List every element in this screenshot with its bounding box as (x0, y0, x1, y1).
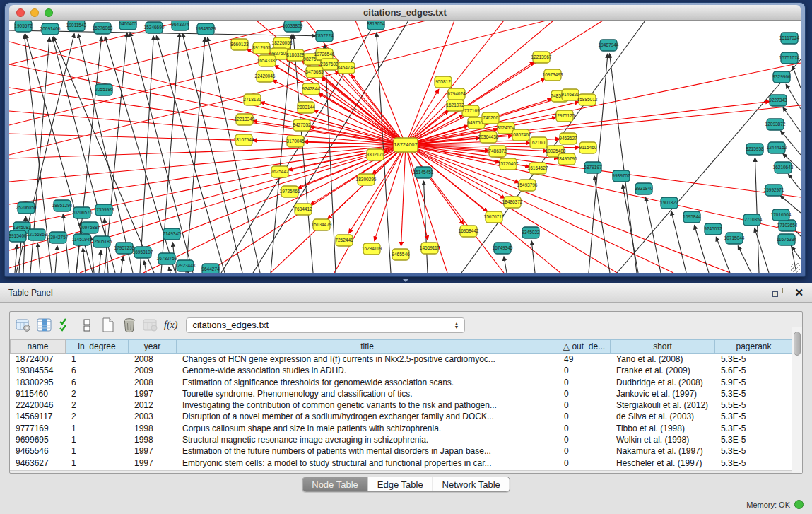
graph-node[interactable]: 10715044 (724, 233, 745, 244)
graph-node[interactable]: 955812 (435, 76, 452, 88)
graph-node[interactable]: 9302171 (366, 149, 384, 160)
graph-node[interactable]: 18107544 (234, 134, 254, 146)
graph-node[interactable]: 19343029 (196, 23, 216, 35)
delete-column-icon[interactable] (120, 316, 139, 334)
graph-node[interactable]: 18724007 (394, 138, 418, 152)
graph-node[interactable]: 15720407 (498, 158, 519, 170)
graph-node[interactable]: 10973493 (543, 69, 563, 81)
graph-node[interactable]: 8454749 (337, 62, 355, 74)
table-select-dropdown[interactable]: citations_edges.txt ▲▼ (186, 317, 465, 333)
graph-node[interactable]: 16164627 (528, 163, 548, 174)
column-header[interactable]: name (10, 339, 66, 354)
graph-node[interactable]: 22420046 (255, 71, 276, 82)
graph-node[interactable]: 15117024 (779, 33, 800, 44)
graph-node[interactable]: 12505185 (92, 236, 112, 247)
graph-node[interactable]: 16543382 (257, 55, 278, 66)
graph-node[interactable]: 16958107 (133, 247, 153, 258)
graph-node[interactable]: 11675334 (777, 234, 797, 245)
graph-node[interactable]: 62160 (530, 137, 547, 148)
table-scrollbar[interactable] (792, 327, 802, 473)
graph-node[interactable]: 16782759 (157, 253, 177, 264)
graph-node[interactable]: 12213967 (531, 52, 552, 63)
delete-table-icon[interactable] (141, 316, 160, 334)
graph-node[interactable]: 18226058 (272, 37, 293, 49)
function-builder-icon[interactable]: f(x) (164, 320, 177, 331)
graph-node[interactable]: 9463627 (559, 133, 577, 144)
graph-node[interactable]: 19011543 (66, 21, 87, 31)
graph-node[interactable]: 15885012 (577, 94, 598, 105)
select-all-icon[interactable] (57, 316, 75, 334)
graph-node[interactable]: 8660123 (230, 39, 249, 50)
graph-node[interactable]: 12156863 (27, 229, 47, 240)
graph-node[interactable]: 9227343 (769, 95, 787, 106)
graph-node[interactable]: 2718120 (243, 94, 261, 105)
graph-node[interactable]: 9644274 (201, 264, 220, 273)
graph-node[interactable]: 7486372 (488, 146, 507, 157)
splitter-handle[interactable] (402, 279, 409, 282)
graph-node[interactable]: 20691406 (40, 23, 61, 35)
graph-node[interactable]: 16284119 (362, 243, 382, 255)
graph-node[interactable]: 19487944 (599, 40, 619, 51)
graph-node[interactable]: 16958442 (459, 226, 479, 237)
table-row[interactable]: 911546021997Tourette syndrome. Phenomeno… (10, 388, 802, 399)
network-canvas[interactable]: 1872400786601238912955182260589827503165… (9, 21, 801, 273)
table-row[interactable]: 969969511998Structural magnetic resonanc… (10, 434, 802, 445)
graph-node[interactable]: 9242844 (302, 83, 320, 95)
float-panel-icon[interactable] (772, 288, 783, 297)
row-height-icon[interactable] (78, 316, 96, 334)
graph-node[interactable]: 10975887 (80, 222, 100, 233)
graph-node[interactable]: 6466405 (119, 21, 137, 30)
table-scrollbar-thumb[interactable] (794, 332, 801, 356)
graph-node[interactable]: 17957253 (114, 243, 135, 254)
graph-node[interactable]: 15276063 (93, 23, 113, 34)
graph-node[interactable]: 9345022 (522, 227, 540, 238)
graph-node[interactable]: 8186328 (286, 49, 305, 61)
graph-node[interactable]: 3931840 (635, 183, 653, 194)
show-columns-icon[interactable] (35, 316, 54, 334)
table-row[interactable]: 1872400712008Changes of HCN gene express… (10, 354, 802, 365)
column-header[interactable]: title (177, 339, 558, 354)
column-header[interactable]: short (611, 339, 715, 354)
graph-node[interactable]: 16749345 (493, 243, 513, 254)
graph-node[interactable]: 28495796 (557, 153, 577, 165)
graph-node[interactable]: 9777169 (461, 105, 480, 117)
network-svg[interactable]: 1872400786601238912955182260589827503165… (9, 21, 801, 273)
tab-node-table[interactable]: Node Table (302, 477, 367, 491)
column-header[interactable]: pagerank (715, 339, 793, 354)
table-row[interactable]: 2242004622012Investigating the contribut… (10, 399, 802, 411)
table-row[interactable]: 946554611997Estimation of the future num… (10, 445, 802, 457)
graph-node[interactable]: 9329966 (772, 71, 791, 83)
table-row[interactable]: 1456911722003Disruption of a novel membe… (10, 411, 802, 422)
graph-node[interactable]: 25206050 (16, 202, 37, 214)
graph-node[interactable]: 7634412 (294, 204, 312, 215)
graph-node[interactable]: 746266 (482, 112, 499, 124)
graph-node[interactable]: 16033809 (283, 21, 303, 32)
graph-node[interactable]: 9939702 (612, 170, 630, 182)
graph-node[interactable]: 7149345 (163, 228, 181, 240)
graph-node[interactable]: 2803144 (297, 102, 315, 113)
graph-node[interactable]: 9245012 (704, 223, 722, 235)
graph-node[interactable]: 3475685 (305, 66, 324, 78)
window-titlebar[interactable]: citations_edges.txt (9, 5, 801, 21)
graph-node[interactable]: 9465546 (392, 249, 410, 260)
graph-node[interactable]: 17359928 (94, 204, 114, 216)
column-header[interactable]: year (129, 339, 177, 354)
table-row[interactable]: 1938455462009Genome-wide association stu… (10, 365, 802, 376)
graph-node[interactable]: 2055186 (95, 84, 113, 95)
graph-node[interactable]: 1901822 (660, 197, 678, 209)
column-header[interactable]: △ out_de... (558, 339, 611, 354)
graph-node[interactable]: 15751074 (779, 52, 800, 64)
graph-node[interactable]: 17103654 (777, 220, 798, 231)
graph-node[interactable]: 15493796 (517, 180, 538, 191)
graph-node[interactable]: 1695844 (683, 211, 701, 223)
graph-node[interactable]: 20206576 (72, 207, 93, 218)
tab-network-table[interactable]: Network Table (433, 477, 510, 491)
graph-node[interactable]: 8912955 (252, 42, 271, 54)
tab-edge-table[interactable]: Edge Table (367, 477, 433, 491)
graph-node[interactable]: 11451945 (72, 234, 93, 245)
graph-node[interactable]: 15992971 (764, 185, 784, 196)
graph-node[interactable]: 10807467 (511, 129, 531, 141)
graph-node[interactable]: 12710354 (742, 214, 763, 226)
graph-node[interactable]: 18486372 (502, 197, 523, 208)
column-header[interactable]: in_degree (66, 339, 129, 354)
